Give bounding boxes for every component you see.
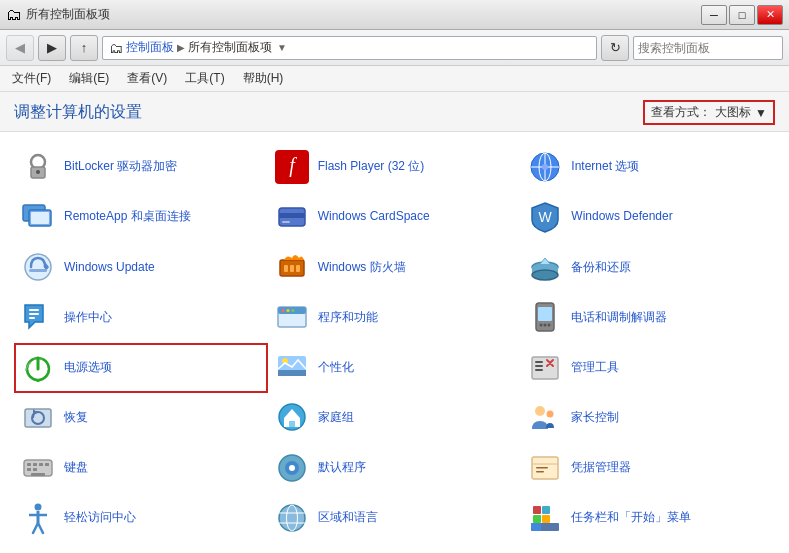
nav-bar: ◀ ▶ ↑ 🗂 控制面板 ▶ 所有控制面板项 ▼ ↻ 🔍 — [0, 30, 789, 66]
item-default-programs[interactable]: 默认程序 — [268, 443, 522, 493]
page-title: 调整计算机的设置 — [14, 102, 142, 123]
content-header: 调整计算机的设置 查看方式： 大图标 ▼ — [0, 92, 789, 132]
items-grid: BitLocker 驱动器加密fFlash Player (32 位)Inter… — [0, 132, 789, 553]
manage-tools-label: 管理工具 — [571, 360, 619, 376]
item-recovery[interactable]: 恢复 — [14, 393, 268, 443]
item-parental-controls[interactable]: 家长控制 — [521, 393, 775, 443]
flash-label: Flash Player (32 位) — [318, 159, 425, 175]
item-keyboard[interactable]: 键盘 — [14, 443, 268, 493]
cardspace-icon — [274, 199, 310, 235]
refresh-button[interactable]: ↻ — [601, 35, 629, 61]
svg-point-66 — [289, 465, 295, 471]
item-accessibility[interactable]: 轻松访问中心 — [14, 493, 268, 543]
title-bar: 🗂 所有控制面板项 ─ □ ✕ — [0, 0, 789, 30]
svg-rect-14 — [279, 213, 305, 218]
item-personalization[interactable]: 个性化 — [268, 343, 522, 393]
item-flash[interactable]: fFlash Player (32 位) — [268, 142, 522, 192]
svg-rect-53 — [289, 421, 295, 427]
up-button[interactable]: ↑ — [70, 35, 98, 61]
svg-point-74 — [279, 505, 305, 531]
svg-point-71 — [35, 503, 42, 510]
close-button[interactable]: ✕ — [757, 5, 783, 25]
minimize-button[interactable]: ─ — [701, 5, 727, 25]
svg-rect-59 — [39, 463, 43, 466]
item-firewall[interactable]: Windows 防火墙 — [268, 242, 522, 292]
keyboard-icon — [20, 450, 56, 486]
item-bitlocker[interactable]: BitLocker 驱动器加密 — [14, 142, 268, 192]
bitlocker-label: BitLocker 驱动器加密 — [64, 159, 177, 175]
back-button[interactable]: ◀ — [6, 35, 34, 61]
recovery-icon — [20, 400, 56, 436]
item-phone-modem[interactable]: 电话和调制解调器 — [521, 292, 775, 342]
svg-point-26 — [532, 270, 558, 280]
svg-rect-63 — [31, 473, 45, 476]
credentials-icon — [527, 450, 563, 486]
item-windows-update[interactable]: Windows Update — [14, 242, 268, 292]
title-bar-text: 所有控制面板项 — [26, 6, 110, 23]
svg-rect-29 — [29, 317, 35, 319]
breadcrumb[interactable]: 🗂 控制面板 ▶ 所有控制面板项 ▼ — [102, 36, 597, 60]
svg-rect-69 — [536, 467, 548, 469]
menu-edit[interactable]: 编辑(E) — [65, 68, 113, 89]
title-bar-left: 🗂 所有控制面板项 — [6, 6, 110, 24]
breadcrumb-dropdown[interactable]: ▼ — [277, 42, 287, 53]
personalization-icon — [274, 350, 310, 386]
item-credentials[interactable]: 凭据管理器 — [521, 443, 775, 493]
keyboard-label: 键盘 — [64, 460, 88, 476]
menu-view[interactable]: 查看(V) — [123, 68, 171, 89]
svg-point-2 — [36, 170, 40, 174]
item-defender[interactable]: WWindows Defender — [521, 192, 775, 242]
item-homegroup[interactable]: 家庭组 — [268, 393, 522, 443]
item-programs[interactable]: 程序和功能 — [268, 292, 522, 342]
main-content: 调整计算机的设置 查看方式： 大图标 ▼ BitLocker 驱动器加密fFla… — [0, 92, 789, 553]
svg-rect-23 — [296, 265, 300, 272]
svg-rect-19 — [29, 269, 47, 272]
internet-options-icon — [527, 149, 563, 185]
maximize-button[interactable]: □ — [729, 5, 755, 25]
recovery-label: 恢复 — [64, 410, 88, 426]
backup-icon — [527, 249, 563, 285]
backup-label: 备份和还原 — [571, 260, 631, 276]
item-remoteapp[interactable]: RemoteApp 和桌面连接 — [14, 192, 268, 242]
remoteapp-label: RemoteApp 和桌面连接 — [64, 209, 191, 225]
svg-rect-80 — [533, 506, 541, 514]
svg-rect-61 — [27, 468, 31, 471]
accessibility-label: 轻松访问中心 — [64, 510, 136, 526]
menu-file[interactable]: 文件(F) — [8, 68, 55, 89]
flash-icon: f — [274, 149, 310, 185]
item-region-language[interactable]: 区域和语言 — [268, 493, 522, 543]
manage-tools-icon — [527, 350, 563, 386]
search-input[interactable] — [638, 41, 788, 55]
title-bar-controls: ─ □ ✕ — [701, 5, 783, 25]
view-mode: 大图标 — [715, 104, 751, 121]
homegroup-icon — [274, 400, 310, 436]
item-backup[interactable]: 备份和还原 — [521, 242, 775, 292]
item-manage-tools[interactable]: 管理工具 — [521, 343, 775, 393]
internet-options-label: Internet 选项 — [571, 159, 639, 175]
svg-point-39 — [548, 324, 551, 327]
svg-rect-82 — [533, 515, 541, 523]
svg-rect-57 — [27, 463, 31, 466]
menu-bar: 文件(F) 编辑(E) 查看(V) 工具(T) 帮助(H) — [0, 66, 789, 92]
breadcrumb-part2: 所有控制面板项 — [188, 39, 272, 56]
item-internet-options[interactable]: Internet 选项 — [521, 142, 775, 192]
menu-help[interactable]: 帮助(H) — [239, 68, 288, 89]
accessibility-icon — [20, 500, 56, 536]
item-power-options[interactable]: 电源选项 — [14, 343, 268, 393]
parental-controls-icon — [527, 400, 563, 436]
item-taskbar-start[interactable]: 任务栏和「开始」菜单 — [521, 493, 775, 543]
windows-update-icon — [20, 249, 56, 285]
search-bar[interactable]: 🔍 — [633, 36, 783, 60]
menu-tools[interactable]: 工具(T) — [181, 68, 228, 89]
svg-point-55 — [547, 410, 554, 417]
breadcrumb-part1: 控制面板 — [126, 39, 174, 56]
view-selector[interactable]: 查看方式： 大图标 ▼ — [643, 100, 775, 125]
svg-rect-83 — [542, 515, 550, 523]
forward-button[interactable]: ▶ — [38, 35, 66, 61]
item-action-center[interactable]: 操作中心 — [14, 292, 268, 342]
item-cardspace[interactable]: Windows CardSpace — [268, 192, 522, 242]
svg-rect-45 — [532, 357, 558, 379]
default-programs-icon — [274, 450, 310, 486]
defender-label: Windows Defender — [571, 209, 672, 225]
svg-point-34 — [291, 309, 294, 312]
